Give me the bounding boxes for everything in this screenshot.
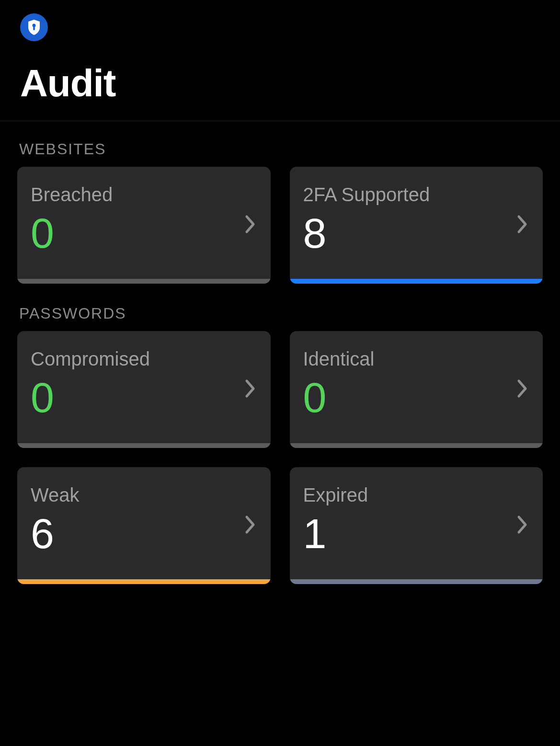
card-accent — [17, 579, 271, 584]
chevron-right-icon — [517, 515, 528, 536]
chevron-right-icon — [517, 379, 528, 400]
card-grid-passwords: Compromised 0 Identical 0 Weak 6 — [17, 331, 543, 584]
chevron-right-icon — [245, 379, 256, 400]
page-title: Audit — [20, 61, 540, 105]
card-compromised[interactable]: Compromised 0 — [17, 331, 271, 448]
card-accent — [290, 279, 543, 284]
card-label: Breached — [31, 184, 257, 206]
card-label: Identical — [303, 348, 530, 370]
card-value: 0 — [303, 377, 530, 419]
chevron-right-icon — [245, 215, 256, 236]
card-accent — [17, 279, 271, 284]
card-accent — [17, 443, 271, 448]
card-label: Expired — [303, 484, 530, 506]
app-icon — [20, 13, 48, 41]
card-expired[interactable]: Expired 1 — [290, 467, 543, 584]
card-label: 2FA Supported — [303, 184, 530, 206]
section-header-websites: WEBSITES — [17, 140, 543, 158]
card-value: 8 — [303, 212, 530, 254]
card-accent — [290, 443, 543, 448]
card-2fa-supported[interactable]: 2FA Supported 8 — [290, 167, 543, 284]
chevron-right-icon — [245, 515, 256, 536]
card-accent — [290, 579, 543, 584]
header: Audit — [0, 0, 560, 121]
card-identical[interactable]: Identical 0 — [290, 331, 543, 448]
section-passwords: PASSWORDS Compromised 0 Identical 0 Weak — [17, 305, 543, 584]
shield-keyhole-icon — [27, 19, 41, 35]
card-label: Weak — [31, 484, 257, 506]
card-value: 1 — [303, 513, 530, 555]
card-value: 0 — [31, 377, 257, 419]
section-header-passwords: PASSWORDS — [17, 305, 543, 322]
card-grid-websites: Breached 0 2FA Supported 8 — [17, 167, 543, 284]
section-websites: WEBSITES Breached 0 2FA Supported 8 — [17, 140, 543, 284]
card-weak[interactable]: Weak 6 — [17, 467, 271, 584]
card-value: 6 — [31, 513, 257, 555]
content: WEBSITES Breached 0 2FA Supported 8 P — [0, 121, 560, 584]
card-breached[interactable]: Breached 0 — [17, 167, 271, 284]
card-value: 0 — [31, 212, 257, 254]
card-label: Compromised — [31, 348, 257, 370]
svg-rect-1 — [33, 26, 35, 30]
chevron-right-icon — [517, 215, 528, 236]
